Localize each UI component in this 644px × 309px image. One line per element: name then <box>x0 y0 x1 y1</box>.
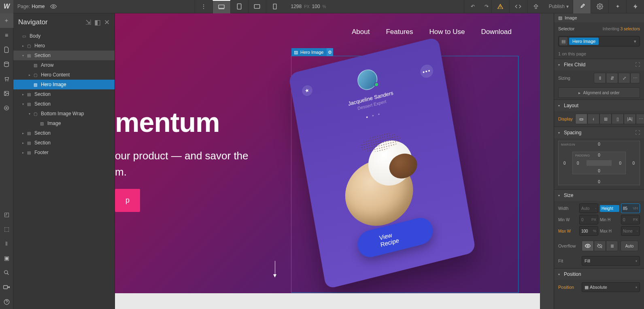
sizing-shrink-icon[interactable]: ⇕ <box>594 73 606 83</box>
tablet-landscape-icon[interactable] <box>248 0 266 13</box>
section-position[interactable]: ▾Position <box>554 269 644 280</box>
sizing-more-icon[interactable]: ⋯ <box>630 73 640 83</box>
tree-bottom-wrap[interactable]: ▾▢Bottom Image Wrap <box>13 109 115 119</box>
selection-tag[interactable]: ▨ Hero Image ⚙ <box>291 48 333 56</box>
scroll-arrow-icon[interactable] <box>275 261 275 277</box>
tree-image[interactable]: ▨Image <box>13 119 115 128</box>
margin-top[interactable]: 0 <box>598 142 600 146</box>
canvas-zoom-value[interactable]: 100 <box>312 4 320 9</box>
minh-input[interactable]: 0PX <box>621 215 640 224</box>
undo-icon[interactable]: ↶ <box>464 0 482 13</box>
chevron-down-icon[interactable]: ▾ <box>631 39 639 44</box>
section-size[interactable]: ▾Size <box>554 190 644 201</box>
export-icon[interactable] <box>527 0 545 13</box>
webflow-logo-icon[interactable]: W <box>0 0 13 13</box>
maxh-input[interactable]: None- <box>621 226 640 236</box>
nav-download[interactable]: Download <box>481 28 512 36</box>
dock-icon[interactable]: ◧ <box>94 18 101 27</box>
width-input[interactable]: Auto- <box>579 203 598 213</box>
mobile-device-icon[interactable] <box>266 0 284 13</box>
tablet-device-icon[interactable] <box>230 0 248 13</box>
selector-tag[interactable]: Hero Image <box>569 38 599 45</box>
tree-hero[interactable]: ▸▢Hero <box>13 41 115 51</box>
display-more-icon[interactable]: ⋯ <box>636 114 644 124</box>
cms-icon[interactable] <box>0 57 13 72</box>
navigator-icon[interactable]: ≡ <box>0 28 13 42</box>
padding-bottom[interactable]: 0 <box>598 169 600 173</box>
gear-icon[interactable]: ⚙ <box>327 48 333 56</box>
desktop-device-icon[interactable] <box>213 0 230 13</box>
selector-input[interactable]: ▤ Hero Image ▾ <box>558 36 640 47</box>
design-canvas[interactable]: About Features How to Use Download mentu… <box>115 13 554 309</box>
publish-button[interactable]: Publish ▾ <box>545 4 573 9</box>
effects-tab-icon[interactable]: ✦ <box>608 0 626 13</box>
search-icon[interactable] <box>0 265 13 280</box>
tree-hero-content[interactable]: ▸▢Hero Content <box>13 70 115 80</box>
padding-top[interactable]: 0 <box>598 153 600 157</box>
tree-body[interactable]: ▭Body <box>13 31 115 41</box>
margin-right[interactable]: 0 <box>632 161 635 165</box>
unpin-icon[interactable]: ⇲ <box>85 18 91 27</box>
display-flex-icon[interactable]: ⫞ <box>587 114 599 124</box>
settings-left-icon[interactable] <box>0 101 13 115</box>
interactions-tab-icon[interactable] <box>626 0 644 13</box>
inheriting-count[interactable]: 3 selectors <box>621 27 640 31</box>
tree-hero-image[interactable]: ▨Hero Image <box>13 80 115 89</box>
video-icon[interactable] <box>0 280 13 294</box>
height-input[interactable]: 85VH <box>621 203 640 213</box>
canvas-width-value[interactable]: 1298 <box>291 4 302 9</box>
expand-icon[interactable]: ⛶ <box>635 62 640 68</box>
more-options-icon[interactable]: ⋮ <box>195 0 213 13</box>
overflow-hidden-icon[interactable] <box>594 241 606 251</box>
display-grid-icon[interactable]: ⊞ <box>599 114 612 124</box>
pages-icon[interactable] <box>0 42 13 57</box>
sizing-none-icon[interactable]: ⤢ <box>618 73 630 83</box>
maxw-input[interactable]: 100% <box>579 226 598 236</box>
overflow-scroll-icon[interactable]: ≣ <box>606 241 618 251</box>
add-element-icon[interactable]: ＋ <box>0 13 13 28</box>
ecommerce-icon[interactable] <box>0 72 13 86</box>
nav-howto[interactable]: How to Use <box>429 28 465 36</box>
breakpoints-icon[interactable]: ▣ <box>0 251 13 265</box>
fit-select[interactable]: Fill▾ <box>582 256 640 266</box>
code-icon[interactable] <box>509 0 527 13</box>
xray-icon[interactable]: ◰ <box>0 207 13 222</box>
expand-icon[interactable]: ⛶ <box>635 130 640 135</box>
tree-arrow[interactable]: ▨Arrow <box>13 60 115 70</box>
display-inline-icon[interactable]: |A| <box>624 114 636 124</box>
edges-icon[interactable]: ⬚ <box>0 222 13 236</box>
display-inlineblock-icon[interactable]: ▯ <box>612 114 624 124</box>
sizing-grow-icon[interactable]: ⇵ <box>606 73 618 83</box>
cta-button[interactable]: p <box>115 189 140 212</box>
tree-footer[interactable]: ▸▤Footer <box>13 148 115 157</box>
tree-section-4[interactable]: ▸▤Section <box>13 128 115 138</box>
overflow-visible-icon[interactable] <box>582 241 594 251</box>
settings-tab-icon[interactable] <box>591 0 608 13</box>
tree-section-5[interactable]: ▸▤Section <box>13 138 115 148</box>
guides-icon[interactable]: ⦀ <box>0 236 13 251</box>
position-select[interactable]: ▦ Absolute▾ <box>582 282 640 292</box>
section-spacing[interactable]: ▾Spacing⛶ <box>554 127 644 138</box>
padding-left[interactable]: 0 <box>577 161 579 165</box>
nav-about[interactable]: About <box>352 28 370 36</box>
help-icon[interactable] <box>0 294 13 309</box>
redo-icon[interactable]: ↷ <box>482 0 491 13</box>
tree-section-1[interactable]: ▾▤Section <box>13 51 115 60</box>
section-layout[interactable]: ▾Layout <box>554 100 644 111</box>
close-icon[interactable]: ✕ <box>104 18 110 27</box>
overflow-auto-button[interactable]: Auto <box>621 241 638 251</box>
spacing-editor[interactable]: MARGIN 0 0 0 0 PADDING 0 0 0 0 <box>558 141 640 185</box>
section-flex-child[interactable]: ▾Flex Child⛶ <box>554 59 644 70</box>
minw-input[interactable]: 0PX <box>579 215 598 224</box>
margin-left[interactable]: 0 <box>563 161 566 165</box>
preview-eye-icon[interactable] <box>50 3 57 10</box>
style-tab-icon[interactable] <box>573 0 591 13</box>
warning-icon[interactable] <box>491 0 509 13</box>
display-block-icon[interactable]: ▭ <box>575 114 587 124</box>
tree-section-3[interactable]: ▾▤Section <box>13 99 115 109</box>
assets-icon[interactable] <box>0 86 13 101</box>
page-name[interactable]: Home <box>32 4 45 9</box>
nav-features[interactable]: Features <box>386 28 413 36</box>
margin-bottom[interactable]: 0 <box>598 180 600 184</box>
align-order-button[interactable]: ▸Alignment and order <box>558 87 640 98</box>
